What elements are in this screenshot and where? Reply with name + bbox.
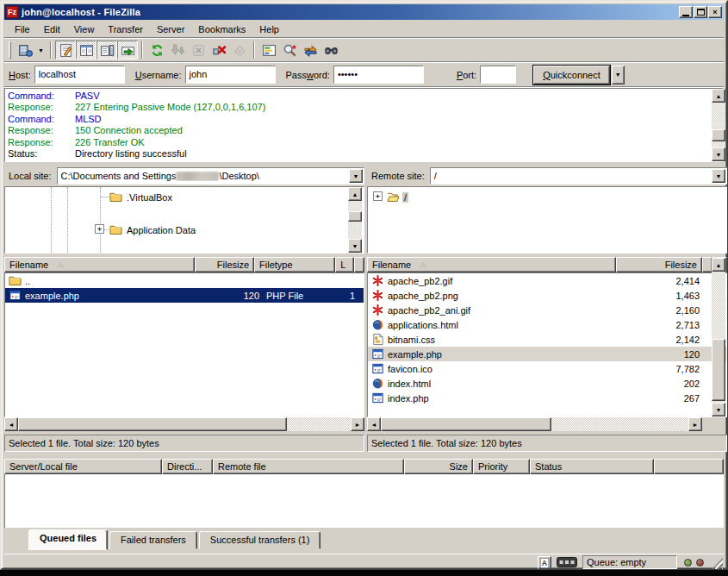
file-row-index-php[interactable]: index.php267	[368, 391, 726, 405]
disconnect-button[interactable]	[208, 41, 229, 59]
scroll-thumb[interactable]	[348, 211, 362, 222]
column-header-l[interactable]: L	[335, 257, 354, 272]
compare-button[interactable]	[279, 41, 300, 59]
maximize-button[interactable]	[694, 6, 707, 18]
title-bar[interactable]: Fz john@localhost - FileZilla ×	[4, 4, 724, 20]
menu-bookmarks[interactable]: Bookmarks	[191, 22, 252, 36]
tree-item-root[interactable]: +/	[368, 189, 726, 205]
scroll-thumb[interactable]	[712, 129, 725, 141]
toggle-remote-tree-button[interactable]	[96, 41, 117, 59]
queue-column-server-local-file[interactable]: Server/Local file	[4, 459, 162, 474]
scroll-right-icon[interactable]: ►	[351, 417, 364, 431]
site-manager-button[interactable]	[15, 41, 35, 59]
column-header-filesize[interactable]: Filesize	[195, 257, 254, 272]
refresh-button[interactable]	[146, 41, 167, 59]
file-row--[interactable]: ..	[5, 273, 364, 288]
column-header-filename[interactable]: Filename	[367, 257, 616, 272]
host-input[interactable]: localhost	[34, 66, 125, 84]
queue-column-status[interactable]: Status	[530, 459, 654, 474]
scroll-down-icon[interactable]: ▼	[712, 403, 725, 416]
port-input[interactable]	[480, 66, 516, 84]
queue-list[interactable]	[4, 474, 724, 528]
column-header-filetype[interactable]: Filetype	[254, 257, 335, 272]
scroll-up-icon[interactable]: ▲	[712, 89, 725, 103]
close-button[interactable]: ×	[708, 6, 722, 18]
firefox-html-icon	[371, 377, 384, 390]
quickconnect-dropdown-icon[interactable]: ▼	[612, 66, 625, 85]
remote-file-list[interactable]: apache_pb2.gif2,414apache_pb2.png1,463ap…	[367, 272, 727, 417]
file-row-applications-html[interactable]: applications.html2,713	[368, 317, 726, 332]
file-row-apache-pb2-ani-gif[interactable]: apache_pb2_ani.gif2,160	[368, 303, 726, 317]
local-directory-tree[interactable]: .VirtualBox+Application DataCookies−Desk…	[4, 186, 364, 254]
log-scrollbar[interactable]: ▲▼	[712, 89, 726, 161]
local-tree-scrollbar[interactable]: ▲▼	[348, 187, 363, 253]
tab-failed-transfers[interactable]: Failed transfers	[109, 531, 197, 549]
menu-transfer[interactable]: Transfer	[101, 22, 150, 36]
toggle-local-tree-button[interactable]	[76, 41, 96, 59]
minimize-button[interactable]	[679, 6, 693, 18]
remote-site-dropdown-icon[interactable]: ▼	[712, 169, 725, 183]
column-header-filename[interactable]: Filename	[4, 257, 195, 272]
remote-site-combobox[interactable]: / ▼	[430, 167, 727, 185]
scroll-up-icon[interactable]: ▲	[348, 187, 362, 201]
scroll-left-icon[interactable]: ◄	[367, 417, 381, 431]
find-button[interactable]	[320, 41, 341, 59]
file-row-bitnami-css[interactable]: bitnami.css2,142	[368, 332, 726, 347]
queue-column-directi-[interactable]: Directi...	[162, 459, 213, 474]
toolbar-grip[interactable]	[9, 41, 11, 59]
password-input[interactable]: ••••••	[333, 66, 424, 84]
scroll-down-icon[interactable]: ▼	[348, 239, 362, 253]
local-site-combobox[interactable]: C:\Documents and Settings\Desktop\ ▼	[57, 167, 364, 185]
scroll-track[interactable]	[381, 417, 688, 431]
tab-successful-transfers-1-[interactable]: Successful transfers (1)	[199, 531, 321, 549]
remote-directory-tree[interactable]: +/	[367, 186, 727, 254]
toggle-queue-button[interactable]	[117, 41, 138, 59]
scroll-track[interactable]	[712, 103, 725, 147]
menu-help[interactable]: Help	[252, 22, 286, 36]
local-file-list[interactable]: ..example.php120PHP File1	[4, 272, 364, 417]
expand-icon[interactable]: +	[373, 191, 383, 201]
file-row-favicon-ico[interactable]: favicon.ico7,782	[368, 361, 726, 376]
file-row-example-php[interactable]: example.php120PHP File1	[5, 288, 364, 303]
menu-edit[interactable]: Edit	[37, 22, 67, 36]
scroll-thumb[interactable]	[18, 417, 287, 431]
remote-list-hscrollbar[interactable]: ◄►	[367, 417, 702, 432]
scroll-track[interactable]	[712, 272, 725, 403]
menu-view[interactable]: View	[67, 22, 102, 36]
column-header-filesize[interactable]: Filesize	[616, 257, 702, 272]
file-row-example-php[interactable]: example.php120	[368, 347, 726, 361]
scroll-right-icon[interactable]: ►	[688, 417, 702, 431]
site-manager-dropdown-icon[interactable]: ▼	[35, 41, 47, 59]
quickconnect-button[interactable]: Quickconnect	[533, 66, 610, 85]
data-type-indicator-icon[interactable]: A	[538, 556, 551, 569]
file-row-apache-pb2-gif[interactable]: apache_pb2.gif2,414	[368, 273, 726, 288]
tree-item--virtualbox[interactable]: .VirtualBox	[5, 189, 364, 205]
username-input[interactable]: john	[185, 66, 276, 84]
speed-limits-icon[interactable]	[557, 557, 577, 567]
scroll-thumb[interactable]	[712, 339, 725, 401]
expand-icon[interactable]: +	[95, 224, 104, 234]
queue-column-priority[interactable]: Priority	[473, 459, 530, 474]
scroll-left-icon[interactable]: ◄	[4, 417, 18, 431]
menu-file[interactable]: File	[8, 22, 37, 36]
tab-queued-files[interactable]: Queued files	[28, 529, 108, 550]
scroll-thumb[interactable]	[381, 417, 551, 431]
scroll-up-icon[interactable]: ▲	[712, 258, 725, 272]
scroll-track[interactable]	[18, 417, 351, 431]
queue-column-remote-file[interactable]: Remote file	[213, 459, 404, 474]
queue-column-size[interactable]: Size	[404, 459, 473, 474]
file-row-apache-pb2-png[interactable]: apache_pb2.png1,463	[368, 288, 726, 303]
filter-button[interactable]	[258, 41, 279, 59]
toggle-log-button[interactable]	[55, 41, 76, 59]
scroll-down-icon[interactable]: ▼	[712, 147, 725, 161]
local-site-dropdown-icon[interactable]: ▼	[349, 169, 363, 183]
scroll-track[interactable]	[348, 201, 362, 239]
file-row-index-html[interactable]: index.html202	[368, 376, 726, 391]
resize-grip[interactable]	[712, 558, 723, 569]
tree-item-application-data[interactable]: +Application Data	[5, 222, 364, 238]
remote-list-scrollbar[interactable]: ▲▼	[712, 258, 726, 416]
menu-server[interactable]: Server	[150, 22, 191, 36]
message-log[interactable]: Command:PASVResponse:227 Entering Passiv…	[4, 88, 724, 162]
sync-browse-button[interactable]	[300, 41, 320, 59]
local-list-hscrollbar[interactable]: ◄►	[4, 417, 364, 432]
